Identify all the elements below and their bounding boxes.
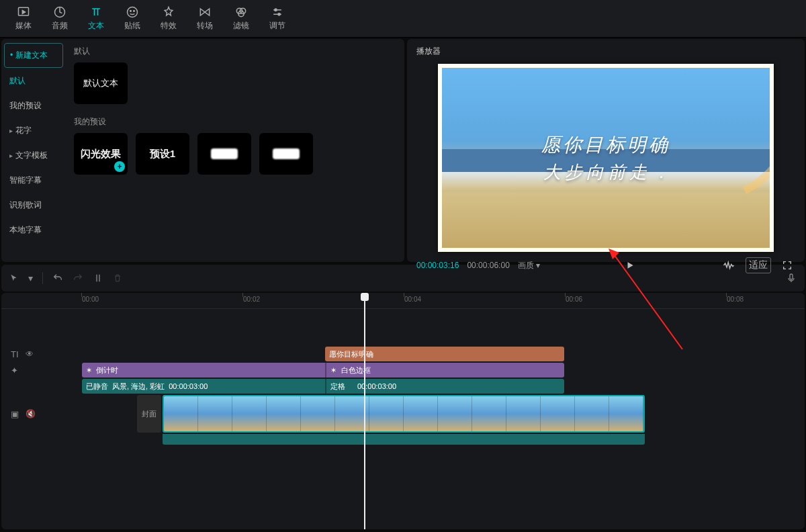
player-title: 播放器 <box>407 39 805 64</box>
text-icon <box>89 5 103 19</box>
ruler-tick: 00:00 <box>82 296 99 303</box>
play-button[interactable] <box>625 261 635 270</box>
clip-label: 白色边框 <box>341 365 371 375</box>
sidebar-item-templates[interactable]: 文字模板 <box>4 144 63 167</box>
timecode-duration: 00:00:06:00 <box>467 261 509 270</box>
sidebar-item-lyrics[interactable]: 识别歌词 <box>4 193 63 217</box>
tab-filter[interactable]: 滤镜 <box>223 0 259 37</box>
sidebar-item-fancy[interactable]: 花字 <box>4 119 63 142</box>
clip-video[interactable] <box>163 395 645 433</box>
media-icon <box>17 5 30 19</box>
star-icon: ✶ <box>330 366 337 375</box>
preset-preview <box>211 148 238 159</box>
svg-point-3 <box>130 11 132 12</box>
tab-label: 调节 <box>269 20 285 32</box>
svg-rect-12 <box>790 274 793 279</box>
sticker-icon <box>126 5 139 19</box>
tab-label: 文本 <box>88 20 104 32</box>
transition-icon <box>198 5 212 19</box>
tab-effect[interactable]: 特效 <box>150 0 187 37</box>
library-panel: • 新建文本 默认 我的预设 花字 文字模板 智能字幕 识别歌词 本地字幕 默认… <box>1 39 404 262</box>
tab-label: 媒体 <box>15 20 32 32</box>
svg-point-8 <box>275 9 277 11</box>
track-effects: ✦ ✶ 倒计时 ✶ 白色边框 <box>1 363 805 378</box>
fit-button[interactable]: 适应 <box>746 257 771 273</box>
undo-button[interactable] <box>52 273 63 283</box>
cursor-dropdown[interactable]: ▾ <box>28 273 33 283</box>
adjust-icon <box>271 5 284 19</box>
player-controls: 00:00:03:16 00:00:06:00 画质 ▾ 适应 <box>407 252 805 279</box>
tab-audio[interactable]: 音频 <box>42 0 78 37</box>
section-title-default: 默认 <box>74 46 396 57</box>
clip-segment-label: 定格 <box>330 382 345 392</box>
svg-point-9 <box>278 13 280 15</box>
tab-sticker[interactable]: 贴纸 <box>114 0 150 37</box>
overlay-line2: 大步向前走 . <box>442 161 770 184</box>
ruler-tick: 00:06 <box>566 296 582 303</box>
preview-text-overlay: 愿你目标明确 大步向前走 . <box>442 132 770 184</box>
cover-thumb[interactable]: 封面 <box>137 395 161 433</box>
sidebar-item-default[interactable]: 默认 <box>4 69 63 93</box>
video-track-icon: ▣ <box>11 409 19 419</box>
timecode-current: 00:00:03:16 <box>416 261 459 270</box>
thumb-preset-4[interactable] <box>259 133 313 175</box>
sidebar-item-new-text[interactable]: • 新建文本 <box>4 43 63 68</box>
text-track-icon: TI <box>11 349 19 359</box>
clip-duration: 00:00:03:00 <box>357 382 396 390</box>
waveform-icon[interactable] <box>720 259 737 271</box>
top-tabs: 媒体 音频 文本 贴纸 特效 转场 滤镜 调节 <box>0 0 806 38</box>
clip-video-footer <box>163 434 645 445</box>
track-text: TI 👁 愿你目标明确 <box>1 347 805 361</box>
player-panel: 播放器 愿你目标明确 大步向前走 . 00:00:03:16 00:00:06:… <box>407 39 805 262</box>
track-video: ▣ 🔇 封面 <box>1 395 805 433</box>
delete-button[interactable] <box>113 273 122 283</box>
tab-label: 音频 <box>52 20 68 32</box>
overlay-line1: 愿你目标明确 <box>442 132 770 158</box>
cursor-tool[interactable] <box>9 273 19 283</box>
fullscreen-icon[interactable] <box>779 259 795 272</box>
sidebar-item-auto-caption[interactable]: 智能字幕 <box>4 169 63 192</box>
tab-media[interactable]: 媒体 <box>5 0 42 37</box>
tab-adjust[interactable]: 调节 <box>259 0 296 37</box>
sidebar-item-local-caption[interactable]: 本地字幕 <box>4 218 63 242</box>
tab-text[interactable]: 文本 <box>78 0 114 37</box>
clip-label: 倒计时 <box>96 365 118 375</box>
tab-label: 特效 <box>161 20 177 32</box>
tab-transition[interactable]: 转场 <box>187 0 223 37</box>
thumb-preset-2[interactable]: 预设1 <box>136 133 189 175</box>
sidebar-item-my-presets[interactable]: 我的预设 <box>4 94 63 118</box>
redo-button[interactable] <box>73 273 83 283</box>
audio-icon <box>53 5 66 19</box>
effect-icon <box>162 5 175 19</box>
clip-effect[interactable]: ✶ 倒计时 ✶ 白色边框 <box>82 363 564 378</box>
visibility-icon[interactable]: 👁 <box>26 349 34 359</box>
timeline[interactable]: 00:00 00:02 00:04 00:06 00:08 TI 👁 愿你目标明… <box>1 293 805 529</box>
tab-label: 转场 <box>197 20 213 32</box>
mute-icon[interactable]: 🔇 <box>26 409 36 418</box>
svg-point-4 <box>134 11 135 12</box>
split-button[interactable] <box>93 273 103 283</box>
thumb-preset-3[interactable] <box>197 133 251 175</box>
playhead[interactable] <box>364 293 365 529</box>
tab-label: 滤镜 <box>233 20 249 32</box>
preset-preview <box>273 148 300 159</box>
filter-icon <box>234 5 248 19</box>
library-area: 默认 默认文本 我的预设 闪光效果+ 预设1 <box>66 39 404 262</box>
preview-canvas[interactable]: 愿你目标明确 大步向前走 . <box>438 64 774 252</box>
clip-name: 风景, 海边, 彩虹 <box>112 382 165 392</box>
fx-track-icon: ✦ <box>11 365 18 375</box>
ruler-tick: 00:02 <box>243 296 260 303</box>
ruler-tick: 00:08 <box>727 296 744 303</box>
time-ruler[interactable]: 00:00 00:02 00:04 00:06 00:08 <box>1 293 805 309</box>
add-icon[interactable]: + <box>114 161 125 172</box>
clip-video-meta[interactable]: 已静音 风景, 海边, 彩虹 00:00:03:00 定格 00:00:03:0… <box>82 379 564 394</box>
track-video-header: 已静音 风景, 海边, 彩虹 00:00:03:00 定格 00:00:03:0… <box>1 379 805 394</box>
thumb-preset-1[interactable]: 闪光效果+ <box>74 133 128 175</box>
star-icon: ✶ <box>86 366 92 375</box>
tab-label: 贴纸 <box>124 20 140 32</box>
clip-text[interactable]: 愿你目标明确 <box>325 347 564 361</box>
quality-selector[interactable]: 画质 ▾ <box>518 260 540 271</box>
thumb-default-text[interactable]: 默认文本 <box>74 62 128 104</box>
mic-button[interactable] <box>786 273 797 283</box>
svg-point-2 <box>128 7 138 17</box>
